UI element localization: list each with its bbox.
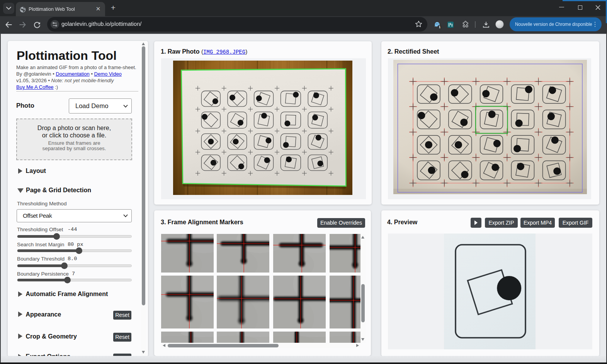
- svg-text:1: 1: [439, 25, 440, 29]
